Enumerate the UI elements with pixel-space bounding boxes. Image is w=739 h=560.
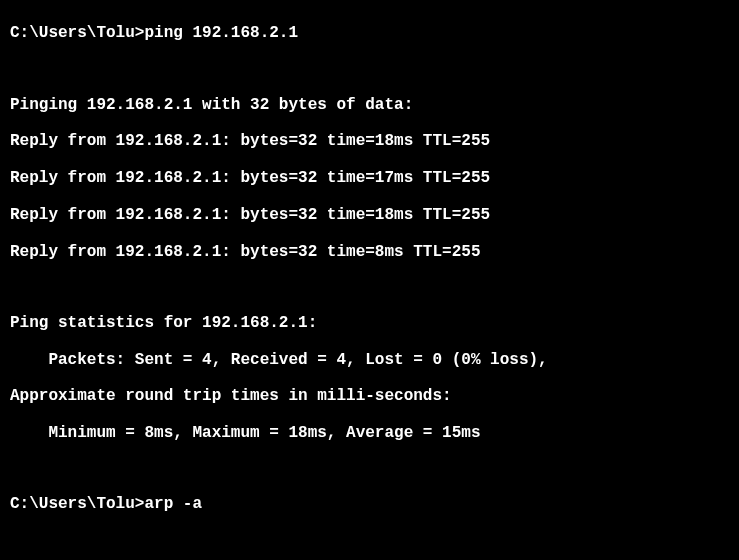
ping-header: Pinging 192.168.2.1 with 32 bytes of dat…	[10, 96, 729, 114]
ping-reply: Reply from 192.168.2.1: bytes=32 time=17…	[10, 169, 729, 187]
prompt-line: C:\Users\Tolu>ping 192.168.2.1	[10, 24, 729, 42]
terminal-output: C:\Users\Tolu>ping 192.168.2.1 Pinging 1…	[0, 0, 739, 560]
ping-stats-packets: Packets: Sent = 4, Received = 4, Lost = …	[10, 351, 729, 369]
ping-reply: Reply from 192.168.2.1: bytes=32 time=8m…	[10, 243, 729, 261]
prompt-prefix: C:\Users\Tolu>	[10, 24, 144, 42]
ping-stats-header: Ping statistics for 192.168.2.1:	[10, 314, 729, 332]
command-arp: arp -a	[144, 495, 202, 513]
command-ping: ping 192.168.2.1	[144, 24, 298, 42]
prompt-line: C:\Users\Tolu>arp -a	[10, 495, 729, 513]
ping-reply: Reply from 192.168.2.1: bytes=32 time=18…	[10, 132, 729, 150]
ping-reply: Reply from 192.168.2.1: bytes=32 time=18…	[10, 206, 729, 224]
ping-stats-rtt-header: Approximate round trip times in milli-se…	[10, 387, 729, 405]
ping-stats-rtt: Minimum = 8ms, Maximum = 18ms, Average =…	[10, 424, 729, 442]
prompt-prefix: C:\Users\Tolu>	[10, 495, 144, 513]
